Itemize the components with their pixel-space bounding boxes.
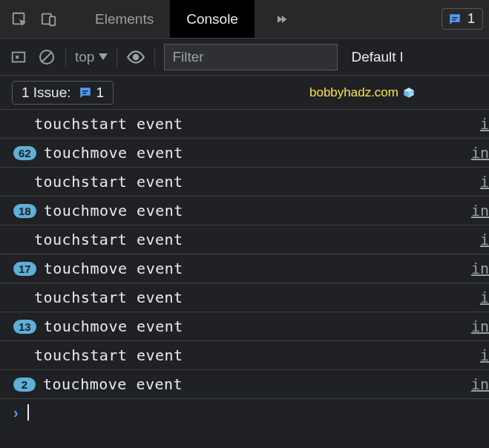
svg-rect-2	[50, 16, 55, 25]
brand-text: bobbyhadz.com	[309, 85, 398, 100]
chat-icon	[448, 13, 462, 26]
issues-label: 1 Issue:	[22, 85, 71, 101]
toolbar-divider	[116, 47, 117, 67]
console-toolbar: top Default l	[0, 39, 489, 76]
more-tabs-icon[interactable]	[268, 6, 295, 33]
sidebar-toggle-icon[interactable]	[9, 47, 28, 67]
log-message: touchmove event	[44, 144, 183, 162]
header-issues-count: 1	[467, 11, 475, 27]
svg-rect-5	[13, 52, 25, 62]
console-prompt[interactable]: ›	[0, 399, 489, 426]
header-issues-badge[interactable]: 1	[442, 8, 483, 30]
log-source-link[interactable]: i	[480, 231, 489, 248]
svg-point-8	[134, 54, 139, 59]
log-source-link[interactable]: in	[471, 260, 489, 277]
repeat-count-badge: 13	[13, 320, 36, 334]
chevron-right-icon: ›	[13, 404, 19, 421]
log-row[interactable]: touchstart eventi	[0, 110, 489, 139]
repeat-count-badge: 2	[13, 378, 36, 392]
log-message: touchstart event	[34, 115, 183, 133]
inspect-icon[interactable]	[6, 6, 33, 33]
cube-icon	[403, 87, 415, 99]
log-message: touchstart event	[34, 289, 183, 306]
device-toggle-icon[interactable]	[36, 6, 62, 33]
log-row[interactable]: touchstart eventi	[0, 225, 489, 254]
issues-subbar: 1 Issue: 1 bobbyhadz.com	[0, 76, 489, 110]
log-row[interactable]: touchstart eventi	[0, 168, 489, 197]
log-message: touchmove event	[43, 375, 183, 393]
svg-line-7	[42, 52, 52, 62]
log-source-link[interactable]: in	[471, 144, 489, 162]
log-row[interactable]: touchstart eventi	[0, 283, 489, 312]
log-row[interactable]: 18touchmove eventin	[0, 197, 489, 225]
log-levels-selector[interactable]: Default l	[351, 49, 403, 65]
log-source-link[interactable]: in	[471, 202, 489, 220]
text-cursor	[27, 404, 29, 421]
log-source-link[interactable]: in	[471, 375, 489, 393]
toolbar-divider	[65, 47, 66, 67]
log-message: touchstart event	[34, 173, 183, 191]
panel-tabs: Elements Console	[79, 0, 255, 38]
svg-rect-9	[82, 90, 88, 92]
issues-count: 1	[96, 85, 105, 101]
toolbar-divider	[154, 47, 155, 67]
log-source-link[interactable]: i	[480, 346, 489, 364]
log-row[interactable]: 17touchmove eventin	[0, 254, 489, 283]
context-label: top	[75, 49, 94, 65]
log-source-link[interactable]: i	[480, 289, 489, 306]
filter-input[interactable]	[164, 44, 338, 70]
devtools-tabbar: Elements Console 1	[0, 0, 489, 39]
log-source-link[interactable]: i	[480, 173, 489, 191]
repeat-count-badge: 62	[13, 146, 36, 160]
log-message: touchmove event	[44, 260, 183, 277]
brand-watermark: bobbyhadz.com	[309, 85, 415, 100]
svg-rect-3	[452, 17, 458, 19]
context-selector[interactable]: top	[75, 49, 108, 65]
log-message: touchstart event	[34, 231, 183, 248]
repeat-count-badge: 18	[13, 204, 36, 218]
log-message: touchstart event	[34, 346, 183, 364]
log-source-link[interactable]: in	[471, 317, 489, 335]
chevron-down-icon	[99, 53, 108, 60]
repeat-count-badge: 17	[13, 262, 36, 276]
log-row[interactable]: 62touchmove eventin	[0, 139, 489, 168]
console-log-list: touchstart eventi62touchmove eventintouc…	[0, 110, 489, 399]
issues-button[interactable]: 1 Issue: 1	[12, 81, 114, 105]
log-row[interactable]: 13touchmove eventin	[0, 312, 489, 341]
tab-elements[interactable]: Elements	[79, 0, 170, 38]
svg-rect-10	[82, 93, 86, 94]
live-expression-icon[interactable]	[126, 47, 145, 67]
tab-console[interactable]: Console	[170, 0, 255, 38]
log-row[interactable]: 2touchmove eventin	[0, 370, 489, 399]
svg-rect-4	[452, 19, 456, 21]
log-message: touchmove event	[44, 202, 183, 220]
chat-icon	[79, 86, 92, 99]
clear-console-icon[interactable]	[37, 47, 56, 67]
log-row[interactable]: touchstart eventi	[0, 341, 489, 370]
log-message: touchmove event	[44, 317, 183, 335]
log-source-link[interactable]: i	[480, 115, 489, 133]
